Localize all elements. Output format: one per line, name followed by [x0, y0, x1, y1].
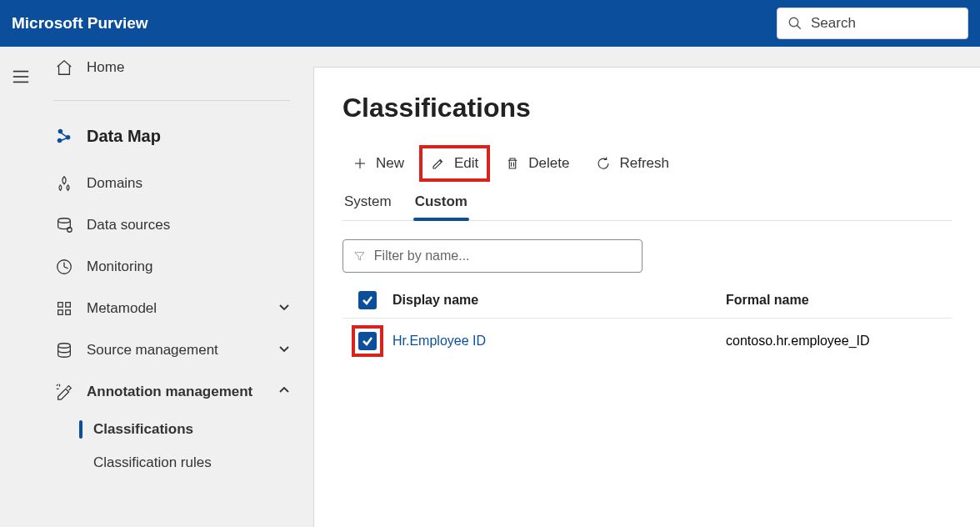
- sidebar: Home Data Map Domains Data sources Monit…: [42, 47, 313, 527]
- refresh-button[interactable]: Refresh: [586, 147, 679, 180]
- sidebar-item-metamodel[interactable]: Metamodel: [42, 288, 305, 329]
- trash-icon: [505, 156, 520, 171]
- sourcemanagement-icon: [53, 339, 75, 361]
- header-display-name[interactable]: Display name: [392, 293, 726, 308]
- header-formal-name[interactable]: Formal name: [726, 293, 952, 308]
- edit-button[interactable]: Edit: [421, 147, 488, 180]
- tab-custom[interactable]: Custom: [413, 185, 469, 220]
- sidebar-item-datasources[interactable]: Data sources: [42, 204, 305, 246]
- svg-line-1: [797, 25, 801, 29]
- tab-system[interactable]: System: [342, 185, 393, 220]
- select-all-checkbox[interactable]: [358, 291, 377, 309]
- table-row: Hr.Employee ID contoso.hr.employee_ID: [342, 319, 952, 364]
- search-icon: [788, 16, 802, 31]
- annotation-icon: [53, 381, 75, 403]
- svg-point-10: [58, 218, 71, 223]
- chevron-down-icon: [278, 342, 290, 359]
- svg-line-8: [61, 133, 66, 137]
- svg-rect-13: [58, 303, 63, 308]
- sidebar-divider: [53, 100, 290, 101]
- filter-box[interactable]: [342, 239, 642, 273]
- new-label: New: [376, 155, 404, 172]
- table-header: Display name Formal name: [342, 291, 952, 319]
- svg-rect-16: [66, 310, 71, 315]
- svg-rect-14: [66, 303, 71, 308]
- main-content: Classifications New Edit Delete Refresh …: [313, 67, 980, 527]
- sidebar-item-monitoring[interactable]: Monitoring: [42, 246, 305, 288]
- sidebar-sub-classifications[interactable]: Classifications: [42, 413, 305, 446]
- row-formal-name: contoso.hr.employee_ID: [726, 334, 952, 349]
- sidebar-home-label: Home: [87, 59, 124, 76]
- svg-point-6: [66, 135, 71, 140]
- home-icon: [53, 57, 75, 78]
- sidebar-item-label: Domains: [87, 175, 142, 192]
- sidebar-section-datamap[interactable]: Data Map: [42, 109, 305, 163]
- sidebar-item-label: Source management: [87, 342, 218, 359]
- search-box[interactable]: [777, 8, 968, 39]
- sidebar-section-label: Data Map: [87, 127, 161, 146]
- chevron-down-icon: [278, 300, 290, 317]
- svg-point-17: [58, 344, 71, 349]
- delete-label: Delete: [528, 155, 569, 172]
- refresh-label: Refresh: [619, 155, 669, 172]
- sidebar-sub-classificationrules[interactable]: Classification rules: [42, 446, 305, 479]
- refresh-icon: [596, 156, 611, 171]
- domains-icon: [53, 173, 75, 194]
- sidebar-item-domains[interactable]: Domains: [42, 163, 305, 204]
- chevron-up-icon: [278, 384, 290, 400]
- delete-button[interactable]: Delete: [495, 147, 579, 180]
- tabs: System Custom: [342, 185, 952, 221]
- sidebar-item-label: Monitoring: [87, 258, 152, 275]
- brand-title: Microsoft Purview: [12, 14, 148, 33]
- toolbar: New Edit Delete Refresh: [342, 147, 952, 180]
- sidebar-home[interactable]: Home: [42, 47, 305, 88]
- hamburger-menu[interactable]: [8, 63, 34, 90]
- row-checkbox[interactable]: [358, 332, 377, 350]
- svg-line-9: [61, 138, 66, 141]
- sidebar-item-sourcemanagement[interactable]: Source management: [42, 329, 305, 371]
- svg-rect-15: [58, 310, 63, 315]
- top-bar: Microsoft Purview: [0, 0, 980, 47]
- check-icon: [362, 335, 373, 347]
- filter-icon: [353, 249, 366, 263]
- row-display-name[interactable]: Hr.Employee ID: [392, 334, 726, 349]
- sidebar-item-label: Annotation management: [87, 384, 252, 400]
- sidebar-item-label: Data sources: [87, 217, 170, 233]
- left-rail: [0, 47, 42, 527]
- filter-input[interactable]: [374, 248, 632, 264]
- datasources-icon: [53, 214, 75, 236]
- datamap-icon: [53, 125, 75, 147]
- page-title: Classifications: [342, 93, 952, 123]
- monitoring-icon: [53, 256, 75, 278]
- pencil-icon: [431, 156, 446, 171]
- metamodel-icon: [53, 298, 75, 319]
- edit-label: Edit: [454, 155, 478, 172]
- sidebar-item-annotation[interactable]: Annotation management: [42, 371, 305, 413]
- svg-point-0: [789, 18, 798, 27]
- new-button[interactable]: New: [342, 147, 414, 180]
- search-input[interactable]: [811, 15, 958, 32]
- sidebar-sub-label: Classifications: [93, 421, 193, 438]
- check-icon: [362, 294, 373, 306]
- sidebar-item-label: Metamodel: [87, 300, 157, 317]
- plus-icon: [352, 156, 368, 171]
- sidebar-sub-label: Classification rules: [93, 454, 212, 471]
